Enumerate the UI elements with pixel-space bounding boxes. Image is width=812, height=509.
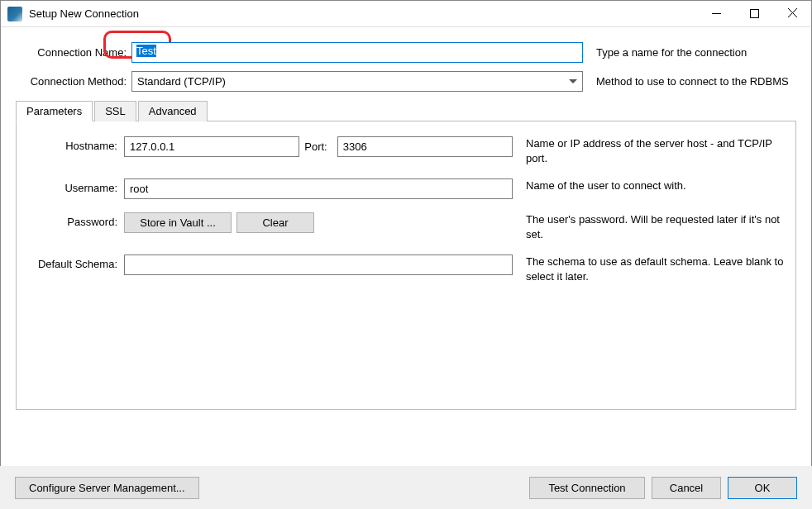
tab-parameters[interactable]: Parameters bbox=[16, 101, 93, 121]
password-hint: The user's password. Will be requested l… bbox=[513, 212, 787, 241]
tab-advanced[interactable]: Advanced bbox=[138, 101, 208, 121]
hostname-label: Hostname: bbox=[25, 136, 124, 152]
maximize-icon bbox=[750, 9, 759, 18]
hostname-input[interactable] bbox=[124, 136, 299, 157]
tab-parameters-label: Parameters bbox=[26, 105, 82, 117]
store-in-vault-button[interactable]: Store in Vault ... bbox=[124, 212, 232, 233]
ok-button[interactable]: OK bbox=[728, 477, 797, 499]
default-schema-row: Default Schema: The schema to use as def… bbox=[25, 254, 787, 283]
app-icon bbox=[7, 7, 22, 21]
hostname-hint: Name or IP address of the server host - … bbox=[513, 136, 787, 165]
minimize-button[interactable] bbox=[697, 1, 735, 26]
password-row: Password: Store in Vault ... Clear The u… bbox=[25, 212, 787, 241]
clear-password-button[interactable]: Clear bbox=[236, 212, 314, 233]
tab-ssl-label: SSL bbox=[105, 105, 126, 117]
clear-password-label: Clear bbox=[262, 216, 288, 229]
username-label: Username: bbox=[25, 178, 124, 194]
dialog-footer: Configure Server Management... Test Conn… bbox=[0, 466, 812, 509]
parameters-panel: Hostname: Port: Name or IP address of th… bbox=[16, 121, 796, 410]
maximize-button[interactable] bbox=[735, 1, 773, 26]
connection-method-select[interactable]: Standard (TCP/IP) bbox=[131, 71, 583, 92]
username-field-group bbox=[124, 178, 513, 199]
connection-method-hint: Method to use to connect to the RDBMS bbox=[583, 75, 796, 88]
password-label: Password: bbox=[25, 212, 124, 228]
window-title: Setup New Connection bbox=[29, 7, 697, 20]
port-input[interactable] bbox=[337, 136, 513, 157]
ok-label: OK bbox=[755, 482, 771, 494]
cancel-label: Cancel bbox=[670, 482, 703, 494]
test-connection-button[interactable]: Test Connection bbox=[529, 477, 645, 499]
port-label: Port: bbox=[304, 140, 332, 153]
username-row: Username: Name of the user to connect wi… bbox=[25, 178, 787, 199]
connection-method-value: Standard (TCP/IP) bbox=[137, 75, 226, 88]
connection-method-row: Connection Method: Standard (TCP/IP) Met… bbox=[16, 71, 796, 92]
username-hint: Name of the user to connect with. bbox=[513, 178, 787, 193]
tab-ssl[interactable]: SSL bbox=[94, 101, 136, 121]
minimize-icon bbox=[712, 13, 721, 14]
connection-name-field: Test bbox=[131, 42, 583, 63]
store-in-vault-label: Store in Vault ... bbox=[140, 216, 216, 229]
default-schema-hint: The schema to use as default schema. Lea… bbox=[513, 254, 787, 283]
test-connection-label: Test Connection bbox=[548, 482, 625, 494]
username-input[interactable] bbox=[124, 178, 513, 199]
default-schema-label: Default Schema: bbox=[25, 254, 124, 270]
connection-name-row: Connection Name: Test Type a name for th… bbox=[16, 42, 796, 63]
close-icon bbox=[788, 7, 797, 20]
cancel-button[interactable]: Cancel bbox=[652, 477, 721, 499]
chevron-down-icon bbox=[569, 79, 577, 83]
connection-method-field: Standard (TCP/IP) bbox=[131, 71, 583, 92]
tab-advanced-label: Advanced bbox=[149, 105, 197, 117]
window-controls bbox=[697, 1, 811, 26]
connection-name-input[interactable] bbox=[131, 42, 583, 63]
connection-name-hint: Type a name for the connection bbox=[583, 46, 796, 59]
password-field-group: Store in Vault ... Clear bbox=[124, 212, 513, 233]
hostname-row: Hostname: Port: Name or IP address of th… bbox=[25, 136, 787, 165]
configure-server-button[interactable]: Configure Server Management... bbox=[15, 477, 199, 499]
titlebar: Setup New Connection bbox=[1, 1, 811, 27]
dialog-content: Connection Name: Test Type a name for th… bbox=[1, 27, 811, 465]
configure-server-label: Configure Server Management... bbox=[29, 482, 185, 494]
tabs: Parameters SSL Advanced bbox=[16, 100, 796, 121]
close-button[interactable] bbox=[773, 1, 811, 26]
default-schema-input[interactable] bbox=[124, 254, 513, 275]
connection-method-label: Connection Method: bbox=[16, 75, 131, 88]
hostname-field-group: Port: bbox=[124, 136, 513, 157]
default-schema-field-group bbox=[124, 254, 513, 275]
connection-name-label: Connection Name: bbox=[16, 46, 131, 59]
